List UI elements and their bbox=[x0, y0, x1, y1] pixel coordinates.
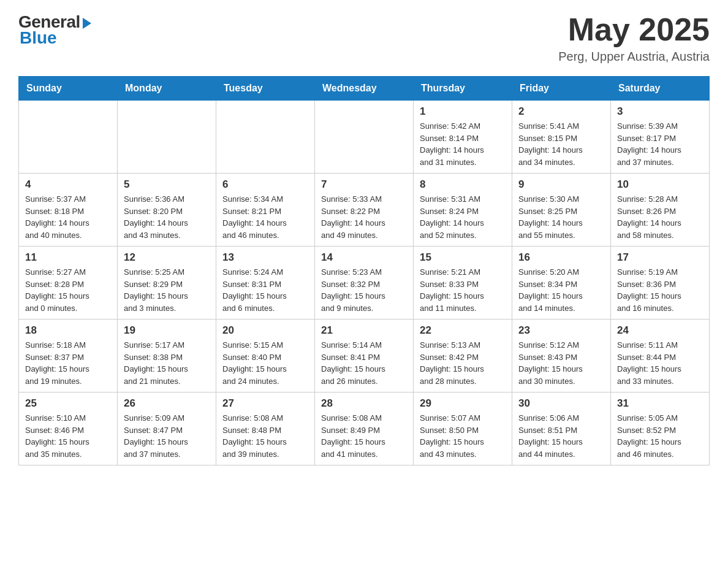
calendar-cell: 8Sunrise: 5:31 AMSunset: 8:24 PMDaylight… bbox=[414, 174, 512, 247]
day-number: 21 bbox=[321, 324, 407, 337]
calendar-cell: 25Sunrise: 5:10 AMSunset: 8:46 PMDayligh… bbox=[19, 393, 118, 465]
day-number: 20 bbox=[222, 324, 308, 337]
day-info: Sunrise: 5:08 AMSunset: 8:48 PMDaylight:… bbox=[222, 412, 308, 460]
day-number: 24 bbox=[617, 324, 703, 337]
logo: General Blue bbox=[18, 12, 91, 48]
day-number: 23 bbox=[518, 324, 604, 337]
calendar-cell: 6Sunrise: 5:34 AMSunset: 8:21 PMDaylight… bbox=[216, 174, 315, 247]
calendar-cell: 29Sunrise: 5:07 AMSunset: 8:50 PMDayligh… bbox=[414, 393, 512, 465]
calendar-cell bbox=[216, 101, 315, 174]
calendar-cell: 2Sunrise: 5:41 AMSunset: 8:15 PMDaylight… bbox=[512, 101, 611, 174]
day-number: 5 bbox=[124, 178, 210, 191]
day-number: 18 bbox=[25, 324, 111, 337]
day-info: Sunrise: 5:19 AMSunset: 8:36 PMDaylight:… bbox=[617, 266, 703, 314]
calendar-header-thursday: Thursday bbox=[414, 77, 512, 101]
day-number: 14 bbox=[321, 251, 407, 264]
calendar-cell: 30Sunrise: 5:06 AMSunset: 8:51 PMDayligh… bbox=[512, 393, 611, 465]
day-number: 25 bbox=[25, 397, 111, 410]
day-number: 15 bbox=[420, 251, 506, 264]
day-info: Sunrise: 5:41 AMSunset: 8:15 PMDaylight:… bbox=[518, 120, 604, 168]
calendar-cell: 9Sunrise: 5:30 AMSunset: 8:25 PMDaylight… bbox=[512, 174, 611, 247]
day-number: 31 bbox=[617, 397, 703, 410]
day-info: Sunrise: 5:20 AMSunset: 8:34 PMDaylight:… bbox=[518, 266, 604, 314]
calendar-cell: 11Sunrise: 5:27 AMSunset: 8:28 PMDayligh… bbox=[19, 247, 118, 320]
day-info: Sunrise: 5:42 AMSunset: 8:14 PMDaylight:… bbox=[420, 120, 506, 168]
day-info: Sunrise: 5:18 AMSunset: 8:37 PMDaylight:… bbox=[25, 339, 111, 387]
day-info: Sunrise: 5:11 AMSunset: 8:44 PMDaylight:… bbox=[617, 339, 703, 387]
calendar-header-sunday: Sunday bbox=[19, 77, 118, 101]
calendar-cell bbox=[19, 101, 118, 174]
calendar-header-tuesday: Tuesday bbox=[216, 77, 315, 101]
calendar-cell: 1Sunrise: 5:42 AMSunset: 8:14 PMDaylight… bbox=[414, 101, 512, 174]
calendar-cell: 21Sunrise: 5:14 AMSunset: 8:41 PMDayligh… bbox=[315, 320, 414, 393]
calendar-cell: 28Sunrise: 5:08 AMSunset: 8:49 PMDayligh… bbox=[315, 393, 414, 465]
month-title: May 2025 bbox=[558, 12, 710, 47]
calendar-header-row: SundayMondayTuesdayWednesdayThursdayFrid… bbox=[19, 77, 710, 101]
calendar-cell: 7Sunrise: 5:33 AMSunset: 8:22 PMDaylight… bbox=[315, 174, 414, 247]
calendar-cell: 10Sunrise: 5:28 AMSunset: 8:26 PMDayligh… bbox=[611, 174, 710, 247]
calendar-header-friday: Friday bbox=[512, 77, 611, 101]
calendar-week-row: 25Sunrise: 5:10 AMSunset: 8:46 PMDayligh… bbox=[19, 393, 710, 465]
day-info: Sunrise: 5:31 AMSunset: 8:24 PMDaylight:… bbox=[420, 193, 506, 241]
calendar-cell: 4Sunrise: 5:37 AMSunset: 8:18 PMDaylight… bbox=[19, 174, 118, 247]
calendar-cell: 18Sunrise: 5:18 AMSunset: 8:37 PMDayligh… bbox=[19, 320, 118, 393]
calendar-cell: 31Sunrise: 5:05 AMSunset: 8:52 PMDayligh… bbox=[611, 393, 710, 465]
day-number: 17 bbox=[617, 251, 703, 264]
day-info: Sunrise: 5:37 AMSunset: 8:18 PMDaylight:… bbox=[25, 193, 111, 241]
day-number: 28 bbox=[321, 397, 407, 410]
calendar-cell: 17Sunrise: 5:19 AMSunset: 8:36 PMDayligh… bbox=[611, 247, 710, 320]
day-info: Sunrise: 5:25 AMSunset: 8:29 PMDaylight:… bbox=[124, 266, 210, 314]
day-info: Sunrise: 5:28 AMSunset: 8:26 PMDaylight:… bbox=[617, 193, 703, 241]
calendar-cell: 22Sunrise: 5:13 AMSunset: 8:42 PMDayligh… bbox=[414, 320, 512, 393]
day-number: 2 bbox=[518, 105, 604, 118]
day-number: 10 bbox=[617, 178, 703, 191]
day-number: 12 bbox=[124, 251, 210, 264]
calendar-cell: 20Sunrise: 5:15 AMSunset: 8:40 PMDayligh… bbox=[216, 320, 315, 393]
calendar-cell: 12Sunrise: 5:25 AMSunset: 8:29 PMDayligh… bbox=[118, 247, 216, 320]
day-number: 1 bbox=[420, 105, 506, 118]
calendar-cell: 5Sunrise: 5:36 AMSunset: 8:20 PMDaylight… bbox=[118, 174, 216, 247]
calendar-cell bbox=[118, 101, 216, 174]
day-number: 4 bbox=[25, 178, 111, 191]
day-number: 6 bbox=[222, 178, 308, 191]
day-info: Sunrise: 5:39 AMSunset: 8:17 PMDaylight:… bbox=[617, 120, 703, 168]
calendar-cell: 19Sunrise: 5:17 AMSunset: 8:38 PMDayligh… bbox=[118, 320, 216, 393]
day-number: 13 bbox=[222, 251, 308, 264]
day-info: Sunrise: 5:33 AMSunset: 8:22 PMDaylight:… bbox=[321, 193, 407, 241]
logo-arrow-icon bbox=[83, 18, 91, 29]
day-info: Sunrise: 5:34 AMSunset: 8:21 PMDaylight:… bbox=[222, 193, 308, 241]
day-info: Sunrise: 5:24 AMSunset: 8:31 PMDaylight:… bbox=[222, 266, 308, 314]
day-info: Sunrise: 5:14 AMSunset: 8:41 PMDaylight:… bbox=[321, 339, 407, 387]
calendar-cell: 14Sunrise: 5:23 AMSunset: 8:32 PMDayligh… bbox=[315, 247, 414, 320]
day-number: 3 bbox=[617, 105, 703, 118]
day-info: Sunrise: 5:27 AMSunset: 8:28 PMDaylight:… bbox=[25, 266, 111, 314]
calendar-cell: 3Sunrise: 5:39 AMSunset: 8:17 PMDaylight… bbox=[611, 101, 710, 174]
day-number: 30 bbox=[518, 397, 604, 410]
day-info: Sunrise: 5:15 AMSunset: 8:40 PMDaylight:… bbox=[222, 339, 308, 387]
calendar-cell: 24Sunrise: 5:11 AMSunset: 8:44 PMDayligh… bbox=[611, 320, 710, 393]
day-info: Sunrise: 5:12 AMSunset: 8:43 PMDaylight:… bbox=[518, 339, 604, 387]
day-info: Sunrise: 5:09 AMSunset: 8:47 PMDaylight:… bbox=[124, 412, 210, 460]
day-number: 29 bbox=[420, 397, 506, 410]
day-number: 16 bbox=[518, 251, 604, 264]
calendar-cell: 13Sunrise: 5:24 AMSunset: 8:31 PMDayligh… bbox=[216, 247, 315, 320]
day-info: Sunrise: 5:36 AMSunset: 8:20 PMDaylight:… bbox=[124, 193, 210, 241]
calendar-week-row: 11Sunrise: 5:27 AMSunset: 8:28 PMDayligh… bbox=[19, 247, 710, 320]
day-info: Sunrise: 5:05 AMSunset: 8:52 PMDaylight:… bbox=[617, 412, 703, 460]
day-info: Sunrise: 5:10 AMSunset: 8:46 PMDaylight:… bbox=[25, 412, 111, 460]
day-number: 7 bbox=[321, 178, 407, 191]
day-number: 19 bbox=[124, 324, 210, 337]
page-header: General Blue May 2025 Perg, Upper Austri… bbox=[18, 12, 710, 64]
day-info: Sunrise: 5:30 AMSunset: 8:25 PMDaylight:… bbox=[518, 193, 604, 241]
day-info: Sunrise: 5:08 AMSunset: 8:49 PMDaylight:… bbox=[321, 412, 407, 460]
day-info: Sunrise: 5:06 AMSunset: 8:51 PMDaylight:… bbox=[518, 412, 604, 460]
calendar-week-row: 4Sunrise: 5:37 AMSunset: 8:18 PMDaylight… bbox=[19, 174, 710, 247]
calendar-cell: 23Sunrise: 5:12 AMSunset: 8:43 PMDayligh… bbox=[512, 320, 611, 393]
day-number: 9 bbox=[518, 178, 604, 191]
day-info: Sunrise: 5:17 AMSunset: 8:38 PMDaylight:… bbox=[124, 339, 210, 387]
calendar-cell: 15Sunrise: 5:21 AMSunset: 8:33 PMDayligh… bbox=[414, 247, 512, 320]
day-info: Sunrise: 5:13 AMSunset: 8:42 PMDaylight:… bbox=[420, 339, 506, 387]
calendar-table: SundayMondayTuesdayWednesdayThursdayFrid… bbox=[18, 76, 710, 465]
calendar-header-wednesday: Wednesday bbox=[315, 77, 414, 101]
calendar-header-monday: Monday bbox=[118, 77, 216, 101]
